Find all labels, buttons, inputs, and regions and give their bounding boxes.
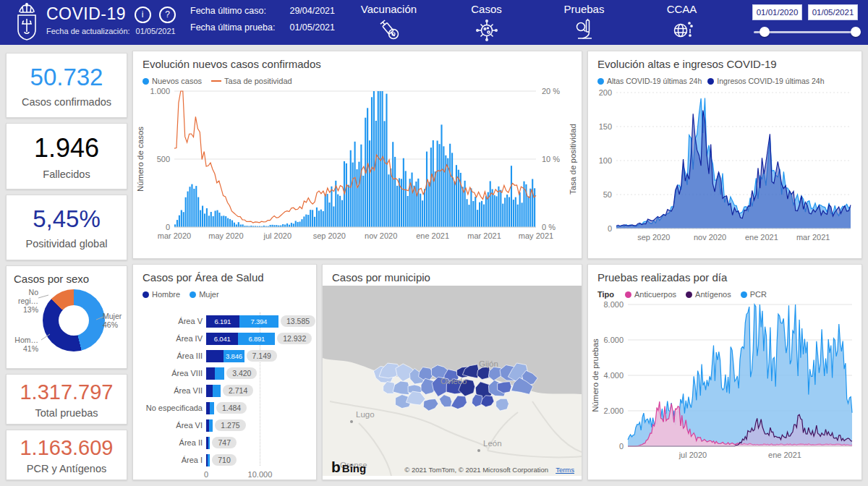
segment-mujer[interactable]: [213, 385, 221, 397]
svg-text:0 %: 0 %: [542, 223, 556, 231]
legend-line-marker: [211, 80, 221, 82]
svg-text:Tasa de positividad: Tasa de positividad: [569, 124, 577, 195]
cases-evolution-chart[interactable]: 05001.0000 %10 %20 %mar 2020may 2020jul …: [135, 85, 579, 249]
total-badge: 2.714: [223, 385, 253, 396]
stacked-bar[interactable]: [206, 402, 214, 414]
segment-hombre[interactable]: [206, 385, 213, 397]
slider-handle-left[interactable]: [760, 27, 770, 37]
legend-item[interactable]: PCR: [741, 290, 767, 299]
panel-area-salud: Casos por Área de Salud HombreMujer Área…: [132, 264, 317, 480]
altas-ingresos-chart[interactable]: 050100150200sep 2020nov 2020ene 2021mar …: [590, 85, 859, 247]
area-salud-row[interactable]: Área V6.1917.39413.585: [140, 312, 310, 330]
kpi-value: 50.732: [30, 64, 103, 91]
row-label: Área IV: [140, 334, 206, 343]
virus-icon: [438, 17, 535, 45]
area-salud-bar-chart[interactable]: Área V6.1917.39413.585Área IV6.0416.8911…: [140, 312, 310, 480]
svg-text:Gijón: Gijón: [479, 359, 498, 368]
svg-text:ene 2021: ene 2021: [745, 233, 778, 242]
last-test-label: Fecha última prueba:: [190, 22, 275, 33]
row-label: Área VI: [140, 421, 206, 430]
legend-item[interactable]: Anticuerpos: [625, 290, 676, 299]
svg-text:Número de pruebas: Número de pruebas: [591, 338, 600, 412]
legend-item[interactable]: Altas COVID-19 últimas 24h: [597, 77, 702, 85]
stacked-bar[interactable]: 6.0416.891: [206, 333, 275, 345]
date-range-filter: 01/01/2020 01/05/2021: [752, 4, 862, 39]
help-icon[interactable]: ?: [159, 7, 176, 23]
panel-evolucion-casos: Evolución nuevos casos confirmados Nuevo…: [132, 51, 582, 259]
panel-title: Casos por municipio: [323, 265, 582, 284]
municipality-choropleth-map[interactable]: GijónOviedoLugoLeónOrense: [323, 286, 582, 476]
nav-item-ccaa[interactable]: CCAA: [633, 1, 731, 45]
total-badge: 7.149: [247, 350, 277, 362]
area-salud-row[interactable]: Área IV6.0416.89112.932: [140, 330, 310, 347]
svg-text:mar 2020: mar 2020: [158, 231, 191, 240]
area-salud-row[interactable]: Área II747: [140, 434, 310, 451]
slider-handle-right[interactable]: [851, 27, 861, 37]
stacked-bar[interactable]: [206, 385, 221, 397]
map-copyright: © 2021 TomTom, © 2021 Microsoft Corporat…: [404, 466, 548, 474]
x-tick: 0: [204, 470, 208, 479]
date-from-input[interactable]: 01/01/2020: [752, 4, 802, 20]
legend-item[interactable]: Ingresos COVID-19 últimas 24h: [707, 77, 824, 85]
svg-text:sep 2020: sep 2020: [313, 231, 346, 240]
segment-mujer[interactable]: 7.394: [239, 315, 278, 328]
segment-hombre[interactable]: 6.191: [206, 315, 239, 328]
legend-item[interactable]: Nuevos casos: [142, 77, 202, 85]
kpi-value: 5,45%: [33, 205, 101, 233]
area-salud-row[interactable]: Área III3.8467.149: [140, 347, 310, 364]
kpi-value: 1.163.609: [20, 436, 113, 460]
legend: HombreMujer: [133, 284, 316, 299]
stacked-bar[interactable]: 6.1917.394: [206, 315, 278, 328]
area-salud-row[interactable]: Área VIII3.420: [140, 364, 310, 382]
segment-mujer[interactable]: 3.846: [224, 350, 244, 362]
svg-text:mar 2021: mar 2021: [796, 233, 830, 242]
stacked-bar[interactable]: [206, 437, 210, 449]
svg-text:León: León: [483, 439, 502, 448]
nav-item-pruebas[interactable]: Pruebas: [535, 1, 633, 45]
slider-track[interactable]: [754, 31, 861, 33]
row-label: Área I: [140, 456, 206, 464]
area-salud-row[interactable]: No especificada1.484: [140, 399, 310, 417]
total-badge: 12.932: [277, 333, 312, 344]
panel-title: Casos por sexo: [7, 266, 127, 285]
area-salud-row[interactable]: Área VI1.275: [140, 417, 310, 434]
svg-text:20 %: 20 %: [542, 87, 560, 95]
date-to-input[interactable]: 01/05/2021: [808, 4, 858, 20]
area-salud-row[interactable]: Área VII2.714: [140, 382, 310, 399]
svg-text:may 2020: may 2020: [208, 231, 243, 240]
segment-mujer[interactable]: [208, 437, 210, 449]
legend: Nuevos casosTasa de positividad: [133, 70, 582, 85]
kpi-label: PCR y Antígenos: [27, 463, 106, 474]
segment-hombre[interactable]: 6.041: [206, 333, 238, 345]
segment-mujer[interactable]: [208, 454, 210, 466]
segment-mujer[interactable]: [209, 419, 213, 432]
legend-item[interactable]: Antígenos: [686, 290, 731, 299]
stacked-bar[interactable]: [206, 367, 224, 380]
stacked-bar[interactable]: 3.846: [206, 350, 244, 362]
stacked-bar[interactable]: [206, 419, 213, 432]
x-axis: 010.000: [140, 469, 310, 480]
svg-text:500: 500: [157, 155, 170, 163]
svg-text:100: 100: [599, 156, 612, 165]
pruebas-chart[interactable]: 02.0004.0006.0008.000jul 2020ene 2021Núm…: [590, 299, 859, 465]
segment-hombre[interactable]: [206, 367, 215, 380]
legend-label: Altas COVID-19 últimas 24h: [607, 77, 702, 85]
segment-mujer[interactable]: [210, 402, 214, 414]
segment-mujer[interactable]: [215, 367, 224, 380]
legend-item[interactable]: Hombre: [142, 290, 180, 299]
area-salud-row[interactable]: Área I710: [140, 451, 310, 469]
row-label: No especificada: [140, 404, 206, 412]
donut-label-noreg: No regi…13%: [11, 288, 38, 314]
svg-text:150: 150: [599, 122, 612, 131]
nav-item-casos[interactable]: Casos: [438, 1, 535, 45]
info-icon[interactable]: i: [135, 7, 151, 23]
header-dates: Fecha último caso: 29/04/2021 Fecha últi…: [190, 6, 335, 39]
legend-item[interactable]: Tasa de positividad: [211, 77, 292, 85]
map-terms-link[interactable]: Terms: [556, 466, 574, 474]
date-range-slider[interactable]: [752, 26, 862, 39]
stacked-bar[interactable]: [206, 454, 210, 466]
legend-item[interactable]: Mujer: [190, 290, 219, 299]
segment-hombre[interactable]: [206, 350, 224, 362]
segment-mujer[interactable]: 6.891: [238, 333, 275, 345]
nav-item-vacunacion[interactable]: Vacunación: [340, 1, 438, 45]
